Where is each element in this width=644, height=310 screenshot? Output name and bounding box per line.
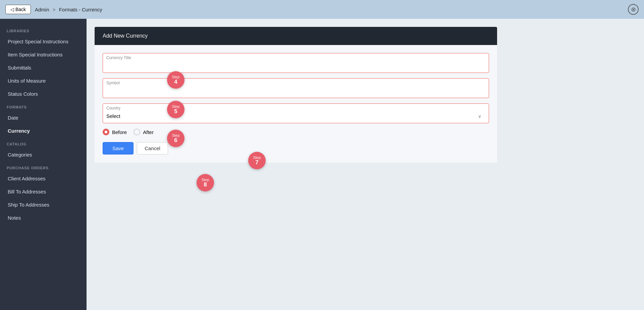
breadcrumb-sep: > <box>53 7 56 12</box>
currency-title-input[interactable] <box>106 61 485 71</box>
sidebar-item-label: Project Special Instructions <box>8 39 68 44</box>
sidebar-item-label: Date <box>8 115 18 121</box>
currency-title-field: Currency Title <box>103 53 489 73</box>
sidebar-item-item-special-instructions[interactable]: Item Special Instructions <box>0 48 87 61</box>
currency-title-wrapper: Currency Title <box>103 53 489 73</box>
sidebar-item-label: Submittals <box>8 65 31 71</box>
top-bar: ◁ Back Admin > Formats - Currency ⊗ <box>0 0 644 19</box>
sidebar-section-purchase-orders: PURCHASE ORDERS <box>0 161 87 172</box>
position-radio-group: Before After <box>103 129 489 135</box>
sidebar-item-label: Item Special Instructions <box>8 52 62 57</box>
sidebar-item-date[interactable]: Date <box>0 111 87 124</box>
symbol-input[interactable] <box>106 86 485 96</box>
symbol-label: Symbol <box>106 81 485 85</box>
country-select[interactable]: Select <box>106 111 485 121</box>
sidebar-section-formats: FORMATS <box>0 100 87 111</box>
radio-before-text: Before <box>112 129 127 135</box>
country-select-wrapper: Select <box>106 111 485 121</box>
back-label: ◁ Back <box>10 7 26 12</box>
form-card: Add New Currency Currency Title Symbol <box>95 27 497 163</box>
radio-after-circle <box>133 129 140 135</box>
sidebar-item-currency[interactable]: Currency <box>0 124 87 137</box>
sidebar: LIBRARIES Project Special Instructions I… <box>0 19 87 310</box>
radio-before-label[interactable]: Before <box>103 129 127 135</box>
sidebar-item-label: Bill To Addresses <box>8 189 46 194</box>
sidebar-item-label: Client Addresses <box>8 176 46 181</box>
country-wrapper: Country Select <box>103 103 489 123</box>
breadcrumb-admin: Admin <box>35 7 49 12</box>
breadcrumb: Admin > Formats - Currency <box>35 7 102 12</box>
radio-after-label[interactable]: After <box>133 129 154 135</box>
breadcrumb-page: Formats - Currency <box>59 7 102 12</box>
sidebar-item-categories[interactable]: Categories <box>0 148 87 161</box>
sidebar-item-bill-to-addresses[interactable]: Bill To Addresses <box>0 185 87 198</box>
close-button[interactable]: ⊗ <box>628 4 639 15</box>
sidebar-item-status-colors[interactable]: Status Colors <box>0 87 87 100</box>
sidebar-item-label: Status Colors <box>8 91 38 97</box>
sidebar-item-label: Units of Measure <box>8 78 46 84</box>
sidebar-item-label: Ship To Addresses <box>8 202 49 208</box>
radio-after-text: After <box>143 129 154 135</box>
sidebar-item-label: Categories <box>8 152 32 158</box>
close-icon: ⊗ <box>631 6 636 13</box>
cancel-button[interactable]: Cancel <box>137 142 168 154</box>
sidebar-item-submittals[interactable]: Submittals <box>0 61 87 74</box>
sidebar-section-catalog: CATALOG <box>0 137 87 148</box>
form-card-header: Add New Currency <box>95 27 497 45</box>
sidebar-item-project-special-instructions[interactable]: Project Special Instructions <box>0 35 87 48</box>
save-button[interactable]: Save <box>103 142 133 154</box>
form-card-body: Currency Title Symbol Country <box>95 45 497 163</box>
form-buttons: Save Cancel <box>103 142 489 154</box>
sidebar-item-client-addresses[interactable]: Client Addresses <box>0 172 87 185</box>
country-field: Country Select <box>103 103 489 123</box>
sidebar-item-ship-to-addresses[interactable]: Ship To Addresses <box>0 198 87 211</box>
sidebar-section-libraries: LIBRARIES <box>0 24 87 35</box>
sidebar-item-units-of-measure[interactable]: Units of Measure <box>0 74 87 87</box>
symbol-field: Symbol <box>103 78 489 98</box>
sidebar-item-label: Currency <box>8 128 30 134</box>
sidebar-item-label: Notes <box>8 215 21 221</box>
main-layout: LIBRARIES Project Special Instructions I… <box>0 19 644 310</box>
sidebar-item-notes[interactable]: Notes <box>0 211 87 224</box>
step-badge-8: Step8 <box>197 174 214 191</box>
country-label: Country <box>106 106 485 110</box>
radio-before-circle <box>103 129 109 135</box>
symbol-wrapper: Symbol <box>103 78 489 98</box>
back-button[interactable]: ◁ Back <box>5 5 31 14</box>
currency-title-label: Currency Title <box>106 55 485 60</box>
content-area: Add New Currency Currency Title Symbol <box>87 19 644 310</box>
